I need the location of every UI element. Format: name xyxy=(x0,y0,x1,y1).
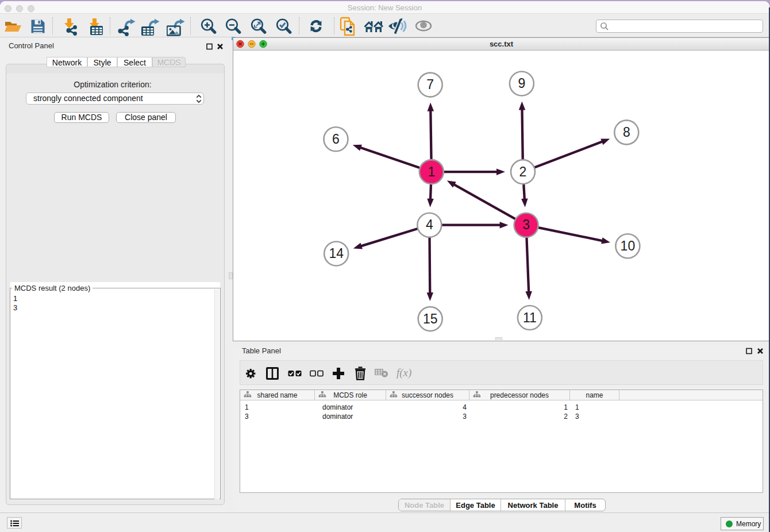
svg-text:6: 6 xyxy=(332,132,340,147)
svg-text:1: 1 xyxy=(428,164,435,179)
svg-text:10: 10 xyxy=(621,238,636,253)
svg-text:8: 8 xyxy=(623,125,630,140)
svg-text:3: 3 xyxy=(522,217,530,232)
svg-text:2: 2 xyxy=(519,164,527,179)
svg-text:11: 11 xyxy=(523,310,537,325)
svg-text:9: 9 xyxy=(518,76,526,91)
svg-text:4: 4 xyxy=(426,217,433,232)
svg-text:7: 7 xyxy=(426,77,434,92)
svg-text:15: 15 xyxy=(423,311,438,326)
svg-text:14: 14 xyxy=(329,246,344,261)
